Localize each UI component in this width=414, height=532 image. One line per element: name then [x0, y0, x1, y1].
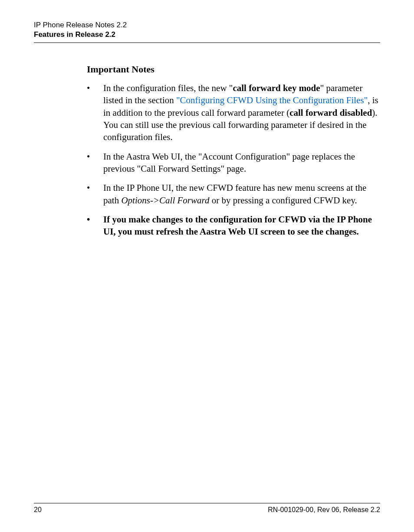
bullet-icon: • [87, 82, 103, 144]
page-number: 20 [34, 506, 42, 514]
list-item: • In the Aastra Web UI, the "Account Con… [87, 150, 380, 175]
text-fragment: or by pressing a configured CFWD key. [209, 195, 357, 206]
text-bold: call forward disabled [289, 108, 372, 118]
list-item-text: In the IP Phone UI, the new CFWD feature… [103, 182, 380, 206]
header-section-title: Features in Release 2.2 [34, 30, 380, 39]
doc-id: RN-001029-00, Rev 06, Release 2.2 [268, 506, 380, 514]
footer-divider [34, 503, 380, 503]
bullet-icon: • [87, 182, 103, 206]
list-item-text: In the configuration files, the new "cal… [103, 82, 380, 144]
list-item-text: In the Aastra Web UI, the "Account Confi… [103, 150, 380, 175]
list-item: • In the IP Phone UI, the new CFWD featu… [87, 182, 380, 206]
header-doc-title: IP Phone Release Notes 2.2 [34, 21, 380, 29]
page-content: Important Notes • In the configuration f… [0, 43, 414, 238]
section-heading: Important Notes [87, 64, 380, 75]
text-bold: call forward key mode [233, 83, 320, 93]
text-fragment: In the configuration files, the new " [103, 83, 233, 93]
bullet-icon: • [87, 213, 103, 238]
page-header: IP Phone Release Notes 2.2 Features in R… [0, 0, 414, 43]
list-item: • If you make changes to the configurati… [87, 213, 380, 238]
text-italic: Options->Call Forward [121, 195, 209, 206]
list-item-text: If you make changes to the configuration… [103, 213, 380, 238]
notes-list: • In the configuration files, the new "c… [87, 82, 380, 238]
bullet-icon: • [87, 150, 103, 175]
footer-row: 20 RN-001029-00, Rev 06, Release 2.2 [34, 506, 380, 514]
page-footer: 20 RN-001029-00, Rev 06, Release 2.2 [34, 503, 380, 514]
inline-link[interactable]: "Configuring CFWD Using the Configuratio… [176, 95, 368, 105]
list-item: • In the configuration files, the new "c… [87, 82, 380, 144]
